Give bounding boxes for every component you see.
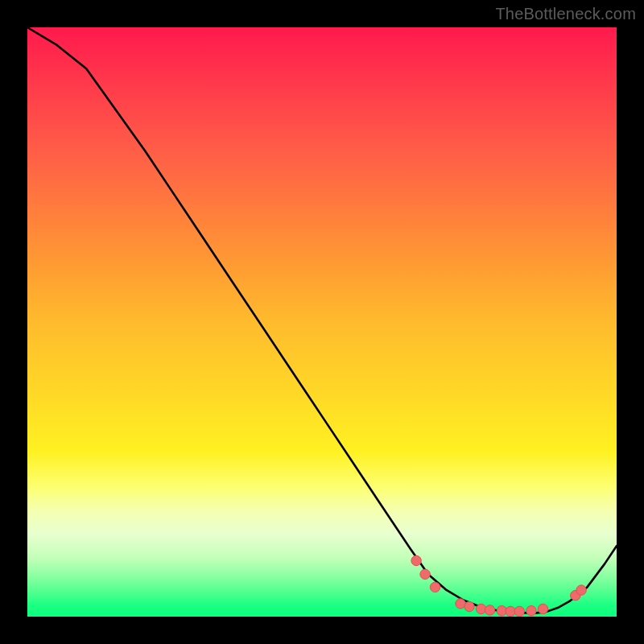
curve-dot xyxy=(576,585,586,595)
curve-dot xyxy=(485,605,494,615)
chart-svg xyxy=(27,27,617,617)
curve-dot xyxy=(526,605,536,615)
curve-dot xyxy=(464,601,474,611)
curve-dot xyxy=(411,555,421,565)
curve-dot xyxy=(430,582,440,592)
curve-dot xyxy=(538,604,547,613)
attribution-text: TheBottleneck.com xyxy=(495,5,636,23)
curve-dot xyxy=(476,604,485,613)
curve-line xyxy=(27,27,617,613)
chart-frame: TheBottleneck.com xyxy=(0,0,644,644)
curve-dot xyxy=(514,606,524,616)
curve-dot xyxy=(420,569,430,579)
